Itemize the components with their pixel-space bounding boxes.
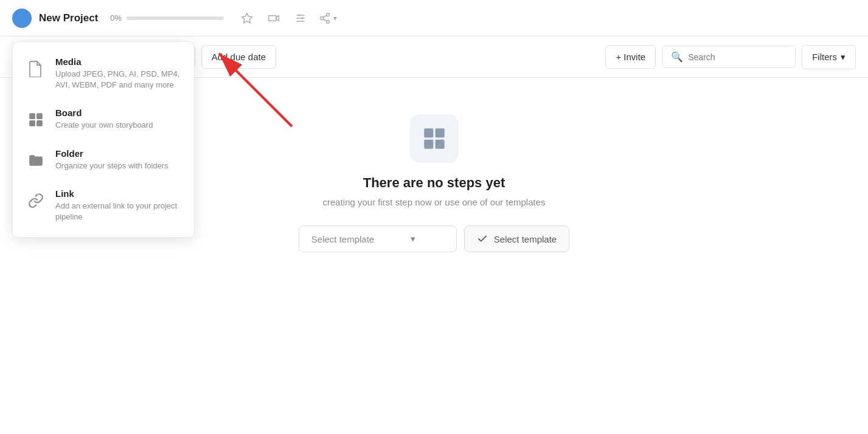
create-new-dropdown: Media Upload JPEG, PNG, AI, PSD, MP4, AV… <box>12 41 195 238</box>
add-due-date-label: Add due date <box>212 52 266 62</box>
select-template-label-1: Select template <box>311 234 374 244</box>
svg-point-8 <box>327 13 330 16</box>
dropdown-item-media[interactable]: Media Upload JPEG, PNG, AI, PSD, MP4, AV… <box>13 48 194 99</box>
svg-rect-1 <box>269 15 277 20</box>
settings-button[interactable] <box>292 10 309 27</box>
dropdown-item-link[interactable]: Link Add an external link to your projec… <box>13 180 194 231</box>
svg-rect-24 <box>435 128 444 137</box>
folder-desc: Organize your steps with folders <box>55 160 168 171</box>
checkmark-icon <box>477 233 488 244</box>
link-title: Link <box>55 188 182 199</box>
select-template-label-2: Select template <box>494 234 557 244</box>
video-button[interactable] <box>265 10 282 27</box>
table-empty-icon <box>422 126 446 151</box>
link-desc: Add an external link to your project pip… <box>55 201 182 222</box>
svg-marker-0 <box>242 13 252 22</box>
svg-rect-25 <box>424 140 433 149</box>
board-desc: Create your own storyboard <box>55 120 153 131</box>
progress-container: 0% <box>110 13 224 22</box>
search-input[interactable] <box>688 52 786 62</box>
invite-button[interactable]: + Invite <box>605 45 656 69</box>
svg-rect-20 <box>36 120 43 126</box>
filters-chevron-icon: ▾ <box>841 52 845 63</box>
progress-bar-wrapper <box>127 16 224 20</box>
svg-rect-19 <box>29 120 35 126</box>
svg-point-9 <box>321 16 324 19</box>
board-title: Board <box>55 108 153 118</box>
dropdown-item-board[interactable]: Board Create your own storyboard <box>13 99 194 139</box>
folder-title: Folder <box>55 148 168 159</box>
progress-label: 0% <box>110 13 122 22</box>
svg-point-10 <box>327 20 330 23</box>
file-icon <box>25 58 47 80</box>
media-desc: Upload JPEG, PNG, AI, PSD, MP4, AVI, WEB… <box>55 69 182 91</box>
add-due-date-button[interactable]: Add due date <box>201 45 276 69</box>
share-chevron-icon: ▾ <box>333 14 337 22</box>
star-button[interactable] <box>238 10 255 27</box>
search-icon: 🔍 <box>671 51 683 63</box>
top-bar: New Project 0% <box>0 0 868 36</box>
select-template-check-button[interactable]: Select template <box>464 226 569 252</box>
svg-rect-23 <box>424 128 433 137</box>
link-icon <box>25 190 47 212</box>
search-wrapper[interactable]: 🔍 <box>662 46 796 68</box>
project-title: New Project <box>39 12 98 24</box>
media-title: Media <box>55 57 182 67</box>
empty-state-title: There are no steps yet <box>363 175 505 191</box>
folder-icon <box>25 150 47 171</box>
svg-line-11 <box>323 19 327 21</box>
svg-rect-18 <box>36 114 43 120</box>
svg-rect-17 <box>29 114 35 120</box>
svg-line-12 <box>323 15 327 17</box>
dropdown-item-folder[interactable]: Folder Organize your steps with folders <box>13 140 194 180</box>
filters-button[interactable]: Filters ▾ <box>802 45 856 69</box>
svg-rect-26 <box>435 140 444 149</box>
invite-label: + Invite <box>616 52 645 62</box>
empty-state-icon <box>410 114 459 163</box>
project-avatar <box>12 9 32 28</box>
share-button[interactable]: ▾ <box>319 12 337 24</box>
template-buttons: Select template ▾ Select template <box>299 226 569 252</box>
board-icon <box>25 109 47 131</box>
select-template-dropdown[interactable]: Select template ▾ <box>299 226 457 252</box>
empty-state-desc: creating your first step now or use one … <box>322 197 545 207</box>
select-template-chevron-icon: ▾ <box>411 233 415 244</box>
filters-label: Filters <box>812 52 837 62</box>
top-icons: ▾ <box>238 10 337 27</box>
